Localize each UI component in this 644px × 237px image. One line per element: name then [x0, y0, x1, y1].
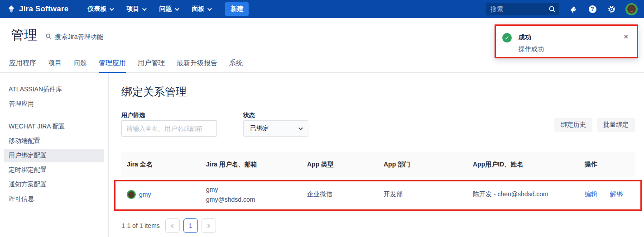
edit-link[interactable]: 编辑: [585, 190, 597, 199]
tab-manage-apps[interactable]: 管理应用: [99, 59, 126, 73]
create-button[interactable]: 新建: [225, 2, 249, 16]
search-icon[interactable]: [548, 5, 556, 14]
nav-search: [486, 3, 559, 15]
sidebar-item-manage-apps[interactable]: 管理应用: [4, 97, 104, 111]
question-mark-icon: ?: [589, 5, 596, 13]
next-page-button[interactable]: [202, 218, 216, 233]
nav-issues[interactable]: 问题: [159, 5, 178, 13]
nav-dashboards-label: 仪表板: [87, 5, 106, 13]
nav-projects-label: 项目: [126, 5, 139, 13]
sidebar-section-wechat-jira-config: WECHAT JIRA 配置: [0, 120, 108, 133]
bindings-table: Jira 全名 Jira 用户名、邮箱 App 类型 App 部门 App用户I…: [121, 152, 635, 212]
success-check-icon: ✓: [502, 33, 512, 43]
table-row: gmy gmy gmy@shdsd.com 企业微信 开发部 陈开发 - che…: [121, 177, 635, 212]
bind-history-button[interactable]: 绑定历史: [554, 118, 592, 132]
sidebar-item-mobile-config[interactable]: 移动端配置: [4, 134, 104, 148]
admin-search[interactable]: 搜索Jira管理功能: [45, 33, 103, 41]
table-actions: 绑定历史 批量绑定: [554, 118, 635, 132]
sidebar-item-notification-scheme-config[interactable]: 通知方案配置: [4, 178, 104, 191]
chevron-left-icon: [171, 223, 175, 228]
cell-jira-fullname: gmy: [127, 190, 206, 199]
cell-app-user: 陈开发 - chen@shdsd.com: [473, 190, 585, 199]
tab-projects[interactable]: 项目: [48, 59, 62, 72]
page-title: 管理: [11, 26, 37, 44]
chevron-down-icon: [175, 6, 179, 11]
jira-logo-icon: [7, 5, 15, 13]
tab-applications[interactable]: 应用程序: [9, 59, 36, 72]
toast-message: 操作成功: [519, 45, 544, 53]
chevron-right-icon: [206, 223, 210, 228]
col-jira-username-email: Jira 用户名、邮箱: [206, 161, 307, 169]
main-content: 绑定关系管理 用户筛选 状态 已绑定 绑定历史 批量绑定 Jira 全名 Jir…: [121, 73, 635, 237]
row-avatar: [127, 190, 136, 199]
user-avatar[interactable]: [625, 3, 638, 15]
jira-logo[interactable]: Jira Software: [7, 5, 68, 14]
status-select[interactable]: 已绑定: [243, 120, 308, 137]
settings-gear-icon[interactable]: [606, 4, 616, 14]
cell-app-department: 开发部: [384, 190, 473, 199]
col-jira-fullname: Jira 全名: [121, 161, 206, 169]
cell-app-type: 企业微信: [307, 190, 384, 199]
sidebar: ATLASSIAN插件库 管理应用 WECHAT JIRA 配置 移动端配置 用…: [0, 73, 109, 237]
batch-bind-button[interactable]: 批量绑定: [597, 118, 635, 132]
top-navbar: Jira Software 仪表板 项目 问题 面板: [0, 0, 644, 18]
col-app-department: App 部门: [384, 161, 473, 169]
search-icon: [45, 33, 52, 41]
sidebar-item-user-binding-config[interactable]: 用户绑定配置: [4, 149, 104, 162]
chevron-down-icon: [110, 6, 114, 11]
nav-dashboards[interactable]: 仪表板: [87, 5, 113, 13]
page: Jira Software 仪表板 项目 问题 面板: [0, 0, 644, 237]
nav-boards-label: 面板: [192, 5, 204, 13]
chevron-down-icon: [207, 6, 212, 11]
nav-boards[interactable]: 面板: [192, 5, 211, 13]
row-username: gmy: [206, 185, 307, 194]
user-filter-label: 用户筛选: [121, 111, 145, 119]
admin-search-text: 搜索Jira管理功能: [55, 33, 103, 41]
admin-tabs: 应用程序 项目 问题 管理应用 用户管理 最新升级报告 系统: [0, 59, 644, 73]
status-select-value: 已绑定: [250, 124, 269, 133]
help-icon[interactable]: ?: [587, 4, 597, 14]
prev-page-button[interactable]: [165, 218, 180, 233]
sidebar-item-scheduled-binding-config[interactable]: 定时绑定配置: [4, 163, 104, 177]
row-email: gmy@shdsd.com: [206, 194, 307, 204]
avatar-mouth: [630, 11, 633, 12]
user-filter-input[interactable]: [121, 120, 217, 137]
main-menu: 仪表板 项目 问题 面板: [87, 5, 211, 13]
cell-username-email: gmy gmy@shdsd.com: [206, 185, 307, 204]
sidebar-section-atlassian-marketplace: ATLASSIAN插件库: [0, 83, 108, 96]
col-app-userid-name: App用户ID、姓名: [473, 161, 585, 169]
chevron-down-icon: [298, 126, 303, 130]
status-filter-label: 状态: [243, 111, 255, 119]
nav-projects[interactable]: 项目: [126, 5, 145, 13]
toast-title: 成功: [519, 33, 531, 42]
nav-issues-label: 问题: [159, 5, 172, 13]
chevron-down-icon: [142, 6, 147, 11]
announcement-icon[interactable]: [568, 4, 578, 14]
tab-system[interactable]: 系统: [229, 59, 243, 72]
close-icon[interactable]: ✕: [623, 33, 629, 40]
sidebar-item-license-info[interactable]: 许可信息: [4, 192, 104, 206]
col-app-type: App 类型: [307, 161, 384, 169]
success-toast: ✓ 成功 操作成功 ✕: [495, 24, 638, 58]
pagination-summary: 1-1 of 1 items: [121, 222, 160, 229]
page-1-button[interactable]: 1: [183, 218, 198, 233]
table-header-row: Jira 全名 Jira 用户名、邮箱 App 类型 App 部门 App用户I…: [121, 152, 635, 177]
cell-actions: 编辑 解绑: [585, 190, 635, 199]
tab-user-management[interactable]: 用户管理: [138, 59, 165, 72]
unbind-link[interactable]: 解绑: [610, 190, 623, 199]
pagination: 1-1 of 1 items 1: [121, 218, 216, 233]
user-fullname-link[interactable]: gmy: [139, 191, 151, 198]
col-actions: 操作: [585, 161, 635, 169]
tab-issues[interactable]: 问题: [73, 59, 87, 72]
sidebar-gap: [0, 112, 108, 120]
section-title: 绑定关系管理: [121, 85, 187, 99]
tab-upgrade-report[interactable]: 最新升级报告: [177, 59, 217, 72]
avatar-face: [627, 5, 636, 14]
logo-text: Jira Software: [19, 5, 68, 14]
